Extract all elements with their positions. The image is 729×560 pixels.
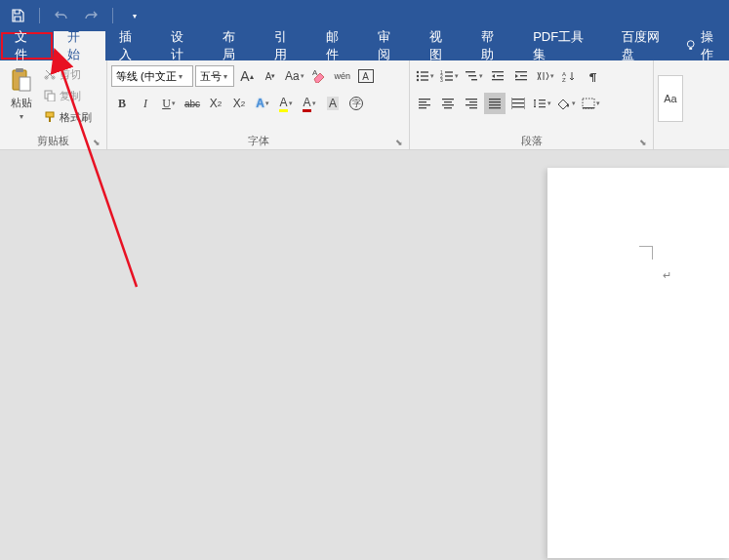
format-painter-button[interactable]: 格式刷 (41, 107, 94, 127)
svg-rect-15 (421, 79, 428, 80)
svg-rect-50 (512, 102, 524, 103)
svg-rect-2 (16, 68, 23, 72)
document-page[interactable]: ↵ (547, 168, 729, 558)
svg-rect-55 (583, 99, 594, 108)
text-effects-button[interactable]: A▾ (252, 93, 273, 114)
strikethrough-button[interactable]: abc (182, 93, 203, 114)
numbering-icon: 123 (440, 70, 454, 82)
copy-icon (43, 89, 57, 102)
enclose-char-button[interactable]: 字 (345, 93, 367, 114)
clear-formatting-button[interactable]: A (308, 65, 330, 87)
tab-insert[interactable]: 插入 (105, 31, 157, 60)
save-icon[interactable] (8, 6, 27, 25)
tell-me-label: 操作 (701, 28, 725, 63)
align-right-button[interactable] (461, 93, 482, 114)
tab-references[interactable]: 引用 (261, 31, 312, 60)
cut-button[interactable]: 剪切 (41, 64, 94, 84)
line-spacing-button[interactable]: ▾ (531, 93, 553, 114)
group-label-clipboard: 剪贴板 ⬊ (4, 132, 102, 149)
tab-baidu[interactable]: 百度网盘 (608, 31, 684, 60)
svg-rect-33 (419, 99, 430, 100)
paste-label: 粘贴 (11, 96, 32, 110)
change-case-button[interactable]: Aa▾ (283, 65, 306, 87)
svg-rect-43 (466, 104, 477, 105)
highlight-button[interactable]: A▾ (275, 93, 297, 114)
svg-point-0 (687, 41, 694, 48)
shading-button[interactable]: ▾ (555, 93, 578, 114)
svg-rect-34 (419, 101, 426, 102)
svg-rect-24 (471, 79, 477, 80)
svg-rect-19 (445, 75, 453, 76)
tab-design[interactable]: 设计 (157, 31, 209, 60)
group-styles: Aa (654, 60, 729, 149)
font-size-combo[interactable]: 五号▾ (195, 65, 234, 87)
underline-button[interactable]: U▾ (158, 93, 180, 114)
svg-rect-47 (489, 104, 501, 105)
document-workspace[interactable]: ↵ (0, 150, 729, 560)
svg-rect-53 (539, 103, 546, 104)
align-justify-button[interactable] (484, 93, 506, 114)
tab-view[interactable]: 视图 (416, 31, 467, 60)
dialog-launcher-icon[interactable]: ⬊ (639, 138, 647, 147)
bold-button[interactable]: B (111, 93, 133, 114)
borders-button[interactable]: ▾ (580, 93, 602, 114)
bullets-button[interactable]: ▾ (414, 65, 436, 87)
italic-button[interactable]: I (135, 93, 156, 114)
svg-rect-54 (539, 106, 546, 107)
caret-down-icon: ▾ (20, 112, 23, 121)
tab-home[interactable]: 开始 (54, 31, 105, 60)
char-shading-button[interactable]: A (322, 93, 344, 114)
indent-icon (514, 70, 528, 82)
svg-text:3: 3 (440, 77, 443, 82)
customize-qat-icon[interactable]: ▾ (125, 6, 144, 25)
tab-file[interactable]: 文件 (1, 32, 53, 60)
svg-rect-36 (419, 107, 426, 108)
grow-font-button[interactable]: A▴ (236, 65, 258, 87)
svg-rect-13 (421, 75, 428, 76)
svg-rect-49 (512, 99, 524, 100)
increase-indent-button[interactable] (510, 65, 532, 87)
asian-layout-button[interactable]: ▾ (534, 65, 556, 87)
font-color-button[interactable]: A▾ (299, 93, 320, 114)
group-font: 等线 (中文正▾ 五号▾ A▴ A▾ Aa▾ A wén A B I U▾ ab… (107, 60, 410, 149)
svg-rect-28 (515, 71, 527, 72)
style-preview[interactable]: Aa (658, 75, 683, 122)
svg-rect-45 (489, 99, 501, 100)
outdent-icon (491, 70, 505, 82)
paint-bucket-icon (557, 98, 571, 109)
format-painter-icon (43, 110, 57, 124)
align-right-icon (465, 98, 478, 109)
align-left-button[interactable] (414, 93, 435, 114)
svg-rect-22 (466, 71, 475, 72)
tab-help[interactable]: 帮助 (467, 31, 519, 60)
svg-rect-17 (445, 71, 453, 72)
font-name-combo[interactable]: 等线 (中文正▾ (111, 65, 193, 87)
subscript-button[interactable]: X2 (205, 93, 226, 114)
char-border-button[interactable]: A (355, 65, 377, 87)
undo-icon[interactable] (52, 6, 71, 25)
tab-review[interactable]: 审阅 (364, 31, 416, 60)
show-marks-button[interactable] (582, 65, 603, 87)
tab-mailings[interactable]: 邮件 (312, 31, 364, 60)
decrease-indent-button[interactable] (487, 65, 508, 87)
title-bar: ▾ (0, 0, 729, 31)
svg-rect-7 (48, 94, 55, 101)
numbering-button[interactable]: 123▾ (438, 65, 461, 87)
tab-pdf-tools[interactable]: PDF工具集 (519, 31, 608, 60)
copy-label: 复制 (60, 89, 81, 103)
align-center-button[interactable] (437, 93, 459, 114)
tell-me[interactable]: 操作 (684, 31, 729, 60)
phonetic-guide-button[interactable]: wén (332, 65, 353, 87)
multilevel-list-button[interactable]: ▾ (463, 65, 485, 87)
dialog-launcher-icon[interactable]: ⬊ (93, 138, 101, 147)
redo-icon[interactable] (81, 6, 101, 25)
sort-button[interactable]: AZ (558, 65, 580, 87)
copy-button[interactable]: 复制 (41, 86, 94, 105)
tab-layout[interactable]: 布局 (209, 31, 261, 60)
superscript-button[interactable]: X2 (228, 93, 250, 114)
distributed-button[interactable] (507, 93, 529, 114)
svg-rect-42 (469, 101, 477, 102)
shrink-font-button[interactable]: A▾ (260, 65, 281, 87)
dialog-launcher-icon[interactable]: ⬊ (395, 138, 403, 147)
paste-button[interactable]: 粘贴 ▾ (4, 64, 39, 123)
